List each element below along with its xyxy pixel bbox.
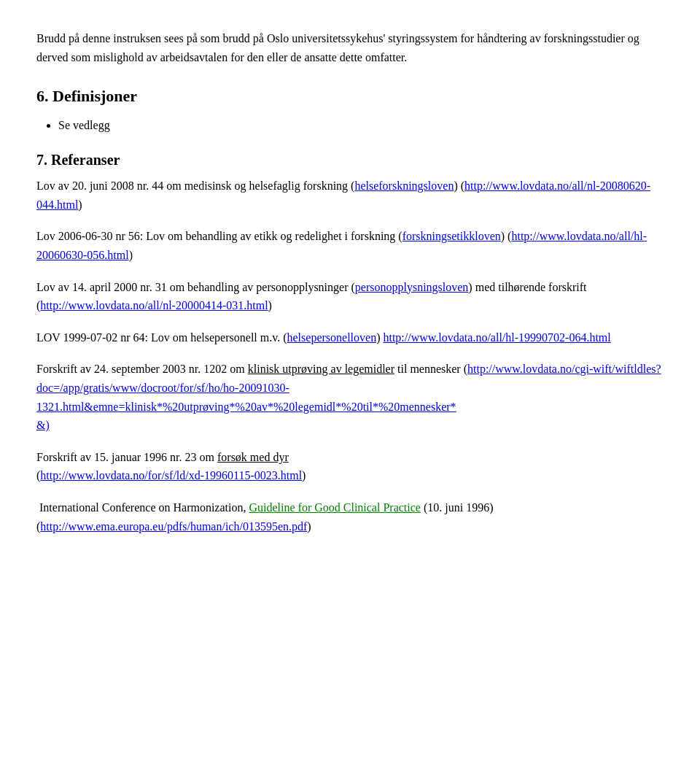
ref4-link[interactable]: helsepersonelloven bbox=[287, 331, 377, 344]
ref7-text-before: International Conference on Harmonizatio… bbox=[36, 501, 249, 514]
ref7-link1[interactable]: Guideline for Good Clinical Practice bbox=[249, 501, 420, 514]
section-6: 6. Definisjoner Se vedlegg bbox=[36, 84, 664, 134]
ref4-text-before: LOV 1999-07-02 nr 64: Lov om helseperson… bbox=[36, 331, 287, 344]
definitions-list: Se vedlegg bbox=[58, 117, 664, 134]
reference-1: Lov av 20. juni 2008 nr. 44 om medisinsk… bbox=[36, 177, 664, 214]
reference-7: International Conference on Harmonizatio… bbox=[36, 498, 664, 536]
section-7-heading: 7. Referanser bbox=[36, 149, 664, 171]
reference-4: LOV 1999-07-02 nr 64: Lov om helseperson… bbox=[36, 328, 664, 347]
ref3-text-before: Lov av 14. april 2000 nr. 31 om behandli… bbox=[36, 281, 355, 293]
ref5-text-before: Forskrift av 24. september 2003 nr. 1202… bbox=[36, 363, 661, 431]
section-6-heading: 6. Definisjoner bbox=[36, 84, 664, 108]
reference-6: Forskrift av 15. januar 1996 nr. 23 om f… bbox=[36, 448, 664, 485]
ref3-url-link[interactable]: http://www.lovdata.no/all/nl-20000414-03… bbox=[40, 299, 268, 312]
ref2-text-before: Lov 2006-06-30 nr 56: Lov om behandling … bbox=[36, 230, 402, 242]
intro-text: Brudd på denne instruksen sees på som br… bbox=[36, 32, 639, 63]
reference-2: Lov 2006-06-30 nr 56: Lov om behandling … bbox=[36, 227, 664, 264]
ref6-underline: forsøk med dyr bbox=[217, 451, 289, 463]
section-7: 7. Referanser Lov av 20. juni 2008 nr. 4… bbox=[36, 149, 664, 536]
intro-paragraph: Brudd på denne instruksen sees på som br… bbox=[36, 29, 664, 66]
ref1-link[interactable]: helseforskningsloven bbox=[354, 179, 454, 192]
ref1-text-before: Lov av 20. juni 2008 nr. 44 om medisinsk… bbox=[36, 179, 354, 192]
reference-5: Forskrift av 24. september 2003 nr. 1202… bbox=[36, 360, 664, 434]
ref6-text-before: Forskrift av 15. januar 1996 nr. 23 om f… bbox=[36, 451, 306, 482]
ref3-link[interactable]: personopplysningsloven bbox=[355, 281, 469, 293]
ref4-url-link[interactable]: http://www.lovdata.no/all/hl-19990702-06… bbox=[383, 331, 610, 344]
ref6-link[interactable]: http://www.lovdata.no/for/sf/ld/xd-19960… bbox=[40, 469, 302, 482]
ref5-underline: klinisk utprøving av legemidler bbox=[248, 363, 394, 375]
ref2-link[interactable]: forskningsetikkloven bbox=[402, 230, 501, 242]
reference-3: Lov av 14. april 2000 nr. 31 om behandli… bbox=[36, 278, 664, 315]
definitions-bullet-text: Se vedlegg bbox=[58, 119, 110, 131]
definitions-item: Se vedlegg bbox=[58, 117, 664, 134]
ref7-link2[interactable]: http://www.ema.europa.eu/pdfs/human/ich/… bbox=[40, 520, 307, 533]
